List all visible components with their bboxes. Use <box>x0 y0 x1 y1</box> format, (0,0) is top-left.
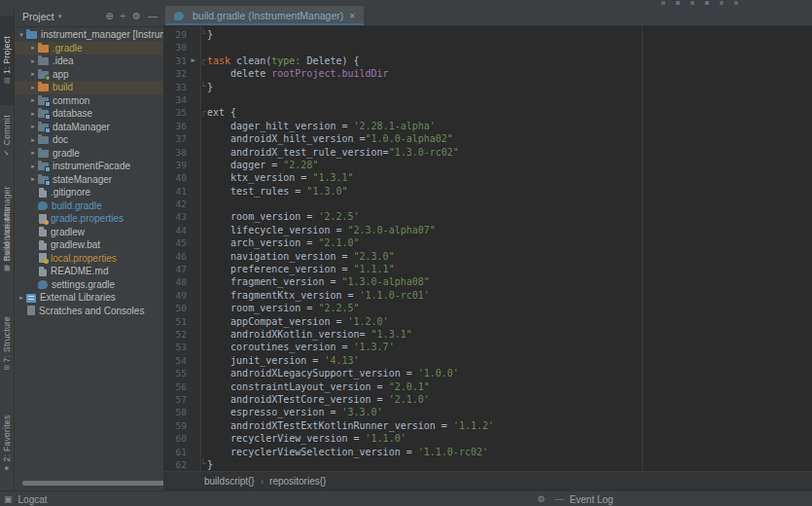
tree-item-settings-gradle[interactable]: settings.gradle <box>15 278 163 292</box>
tree-item-local-properties[interactable]: local.properties <box>15 252 163 266</box>
tree-item-gradlew[interactable]: gradlew <box>15 226 163 239</box>
code-line-48[interactable]: 48 fragment_version = "1.3.0-alpha08" <box>163 275 812 288</box>
tree-item-build[interactable]: ▸build <box>15 81 163 94</box>
fold-marker-icon[interactable]: └ <box>199 81 207 93</box>
code-line-39[interactable]: 39 dagger = "2.28" <box>163 159 812 171</box>
code-line-47[interactable]: 47 preference_version = "1.1.1" <box>163 263 812 275</box>
code-line-34[interactable]: 34 <box>163 93 812 106</box>
tree-item-app[interactable]: ▸app <box>15 68 163 82</box>
code-editor[interactable]: 29└}3031▶┌task clean(type: Delete) {32 d… <box>163 26 812 471</box>
code-line-32[interactable]: 32 delete rootProject.buildDir <box>163 67 812 80</box>
toolwindow-tab-commit[interactable]: ✔Commit <box>0 103 14 168</box>
code-line-59[interactable]: 59 androidXTestExtKotlinRunner_version =… <box>163 419 812 432</box>
code-line-29[interactable]: 29└} <box>163 28 812 41</box>
code-line-55[interactable]: 55 androidXLegacySupport_version = '1.0.… <box>163 367 812 380</box>
chevron-collapsed-icon[interactable]: ▸ <box>28 175 38 183</box>
toolwindow-switcher-icon[interactable]: ▣ <box>4 494 13 504</box>
minimize-icon[interactable]: — <box>555 494 564 504</box>
fold-marker-icon[interactable]: ┌ <box>199 54 207 67</box>
toolwindow-tab-1-project[interactable]: ▤1: Project <box>0 16 14 105</box>
code-line-57[interactable]: 57 androidXTestCore_version = '2.1.0' <box>163 393 812 406</box>
collapse-all-icon[interactable]: ÷ <box>121 12 126 21</box>
code-line-33[interactable]: 33└} <box>163 81 812 93</box>
code-line-30[interactable]: 30 <box>163 41 812 54</box>
code-line-37[interactable]: 37 androidX_hilt_version ="1.0.0-alpha02… <box>163 132 812 145</box>
code-line-41[interactable]: 41 test_rules = "1.3.0" <box>163 185 812 198</box>
tree-item-scratches-and-consoles[interactable]: Scratches and Consoles <box>15 305 163 318</box>
chevron-collapsed-icon[interactable]: ▸ <box>17 294 26 302</box>
code-line-51[interactable]: 51 appCompat_version = '1.2.0' <box>163 315 812 328</box>
code-line-38[interactable]: 38 androidX_test_rule_version="1.3.0-rc0… <box>163 146 812 159</box>
toolwindow-tab-7-structure[interactable]: ⊞7: Structure <box>0 293 14 394</box>
chevron-collapsed-icon[interactable]: ▸ <box>28 136 38 144</box>
toolwindow-tab-2-favorites[interactable]: ★2: Favorites <box>0 393 14 494</box>
chevron-collapsed-icon[interactable]: ▸ <box>28 70 38 78</box>
code-line-45[interactable]: 45 arch_version = "2.1.0" <box>163 236 812 249</box>
code-line-35[interactable]: 35┌ext { <box>163 106 812 119</box>
close-icon[interactable]: × <box>349 11 355 21</box>
fold-marker-icon[interactable]: └ <box>199 28 207 41</box>
code-line-36[interactable]: 36 dager_hilt_version = '2.28.1-alpha' <box>163 120 812 132</box>
code-line-54[interactable]: 54 junit_version = '4.13' <box>163 354 812 367</box>
code-line-42[interactable]: 42 <box>163 198 812 210</box>
tree-item-statemanager[interactable]: ▸stateManager <box>15 173 163 187</box>
tree-item-build-gradle[interactable]: build.gradle <box>15 199 163 213</box>
toolbar-icon[interactable] <box>705 1 709 5</box>
code-line-62[interactable]: 62└} <box>163 458 812 471</box>
toolbar-icon[interactable] <box>690 1 694 5</box>
chevron-collapsed-icon[interactable]: ▸ <box>28 96 38 104</box>
chevron-collapsed-icon[interactable]: ▸ <box>28 163 38 170</box>
chevron-collapsed-icon[interactable]: ▸ <box>28 110 38 118</box>
chevron-down-icon[interactable]: ▾ <box>58 13 62 20</box>
code-line-52[interactable]: 52 androidXKotlin_version= "1.3.1" <box>163 328 812 341</box>
code-line-60[interactable]: 60 recyclerView_version = '1.1.0' <box>163 432 812 445</box>
tree-item-doc[interactable]: ▸doc <box>15 133 163 147</box>
project-panel-title[interactable]: Project <box>22 11 54 22</box>
code-line-61[interactable]: 61 recyclerViewSelection_version = '1.1.… <box>163 446 812 458</box>
toolbar-icon[interactable] <box>720 1 724 5</box>
settings-icon[interactable]: ⚙ <box>538 494 546 504</box>
editor-tab-build-gradle[interactable]: build.gradle (InstrumentManager) × <box>165 6 364 25</box>
breadcrumb-item-repositories[interactable]: repositories{} <box>269 476 326 487</box>
chevron-collapsed-icon[interactable]: ▸ <box>28 123 38 130</box>
chevron-collapsed-icon[interactable]: ▸ <box>28 57 38 65</box>
tree-item-idea[interactable]: ▸.idea <box>15 54 163 68</box>
breadcrumb-item-buildscript[interactable]: buildscript{} <box>204 476 255 487</box>
code-line-49[interactable]: 49 fragmentKtx_version = '1.1.0-rc01' <box>163 289 812 302</box>
run-task-icon[interactable]: ▶ <box>187 54 199 67</box>
tree-item-gradle[interactable]: ▸.gradle <box>15 42 163 55</box>
statusbar-logcat[interactable]: Logcat <box>18 494 48 505</box>
toolbar-icon[interactable] <box>676 1 680 5</box>
tree-item-datamanager[interactable]: ▸dataManager <box>15 121 163 134</box>
code-line-43[interactable]: 43 room_version = '2.2.5' <box>163 210 812 223</box>
tree-item-gradlew-bat[interactable]: gradlew.bat <box>15 238 163 252</box>
code-line-56[interactable]: 56 constraintLayout_version = "2.0.1" <box>163 380 812 393</box>
code-line-50[interactable]: 50 room_version = "2.2.5" <box>163 302 812 314</box>
tree-item-external-libraries[interactable]: ▸External Libraries <box>15 291 163 305</box>
locate-icon[interactable]: ⊕ <box>105 12 113 21</box>
chevron-collapsed-icon[interactable]: ▸ <box>28 84 38 91</box>
settings-icon[interactable]: ⚙ <box>132 12 141 21</box>
chevron-collapsed-icon[interactable]: ▸ <box>28 149 38 157</box>
toolwindow-tab-build-variants[interactable]: ≡Build Variants <box>0 181 14 295</box>
chevron-collapsed-icon[interactable]: ▸ <box>28 44 38 52</box>
tree-item-gitignore[interactable]: .gitignore <box>15 186 163 199</box>
fold-marker-icon[interactable]: └ <box>199 458 207 471</box>
tree-item-gradle[interactable]: ▸gradle <box>15 147 163 161</box>
tree-item-database[interactable]: ▸database <box>15 107 163 121</box>
fold-marker-icon[interactable]: ┌ <box>199 106 207 119</box>
tree-item-readme-md[interactable]: README.md <box>15 265 163 278</box>
code-line-46[interactable]: 46 navigation_version = "2.3.0" <box>163 250 812 263</box>
tree-item-common[interactable]: ▸common <box>15 94 163 108</box>
code-line-31[interactable]: 31▶┌task clean(type: Delete) { <box>163 54 812 67</box>
code-line-44[interactable]: 44 lifecycle_version = "2.3.0-alpha07" <box>163 224 812 236</box>
statusbar-event-log[interactable]: Event Log <box>570 494 614 505</box>
hide-icon[interactable]: — <box>148 12 158 21</box>
chevron-expanded-icon[interactable]: ▾ <box>17 31 26 39</box>
tree-item-instrumentfacade[interactable]: ▸instrumentFacade <box>15 160 163 173</box>
code-line-58[interactable]: 58 espresso_version = '3.3.0' <box>163 406 812 418</box>
project-panel-hscrollbar[interactable] <box>22 481 164 486</box>
tree-item-gradle-properties[interactable]: gradle.properties <box>15 212 163 226</box>
toolbar-icon[interactable] <box>734 1 738 5</box>
tree-item-instrument-manager-instrumentmanager[interactable]: ▾instrument_manager [InstrumentManager] <box>15 28 163 42</box>
